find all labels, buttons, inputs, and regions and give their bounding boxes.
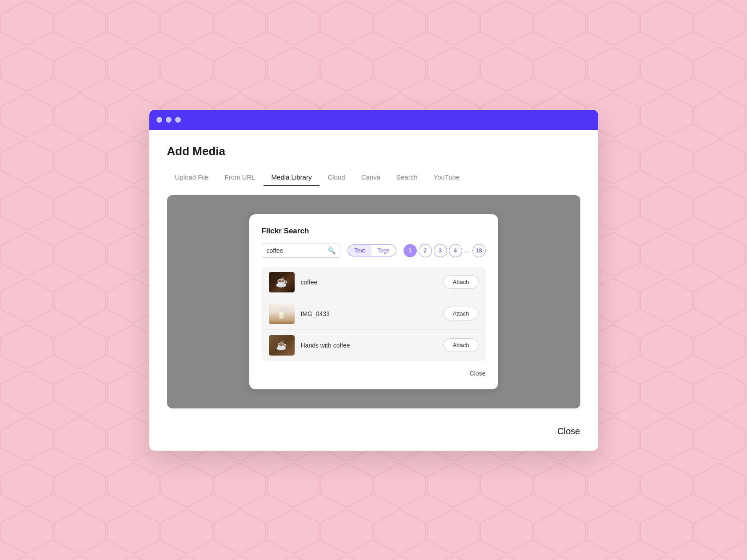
- flickr-title: Flickr Search: [262, 227, 486, 236]
- page-4-button[interactable]: 4: [449, 244, 462, 257]
- result-name-coffee: coffee: [301, 279, 437, 286]
- tab-canva[interactable]: Canva: [353, 169, 388, 186]
- titlebar: [149, 110, 598, 130]
- results-list: coffee Attach IMG_0433 Attach Hands with…: [262, 267, 486, 361]
- close-panel-button[interactable]: Close: [470, 370, 486, 377]
- result-thumb-coffee: [269, 272, 295, 292]
- pagination: 1 2 3 4 ... 18: [403, 244, 486, 257]
- toggle-text-button[interactable]: Text: [348, 245, 371, 256]
- result-item-img433: IMG_0433 Attach: [262, 298, 486, 329]
- search-input[interactable]: [267, 247, 326, 254]
- tab-upload-file[interactable]: Upload File: [167, 169, 217, 186]
- panel-footer: Close: [262, 370, 486, 377]
- result-thumb-hands: [269, 335, 295, 356]
- page-title: Add Media: [167, 144, 580, 158]
- main-window: Add Media Upload File From URL Media Lib…: [149, 110, 598, 451]
- search-row: 🔍 Text Tags 1 2 3 4 ... 18: [262, 244, 486, 258]
- result-item-hands: Hands with coffee Attach: [262, 329, 486, 361]
- flickr-panel: Flickr Search 🔍 Text Tags 1: [249, 214, 498, 389]
- tab-media-library[interactable]: Media Library: [264, 169, 320, 186]
- result-item-coffee: coffee Attach: [262, 267, 486, 298]
- window-dot-1: [156, 117, 162, 123]
- tab-from-url[interactable]: From URL: [216, 169, 263, 186]
- media-area: Flickr Search 🔍 Text Tags 1: [167, 195, 580, 408]
- tab-youtube[interactable]: YouTube: [426, 169, 468, 186]
- tab-search[interactable]: Search: [388, 169, 426, 186]
- search-icon: 🔍: [328, 247, 336, 254]
- text-tags-toggle: Text Tags: [348, 244, 396, 256]
- window-content: Add Media Upload File From URL Media Lib…: [149, 130, 598, 426]
- attach-coffee-button[interactable]: Attach: [443, 275, 479, 289]
- window-footer: Close: [149, 426, 598, 451]
- tab-bar: Upload File From URL Media Library Cloud…: [167, 169, 580, 186]
- page-3-button[interactable]: 3: [434, 244, 447, 257]
- result-name-hands: Hands with coffee: [301, 342, 437, 349]
- page-18-button[interactable]: 18: [472, 244, 486, 257]
- window-dot-2: [166, 117, 172, 123]
- attach-hands-button[interactable]: Attach: [443, 338, 479, 352]
- result-name-img433: IMG_0433: [301, 310, 437, 317]
- tab-cloud[interactable]: Cloud: [320, 169, 353, 186]
- result-thumb-img433: [269, 304, 295, 324]
- pagination-dots: ...: [464, 247, 471, 254]
- window-dot-3: [175, 117, 181, 123]
- close-main-button[interactable]: Close: [557, 426, 580, 436]
- toggle-tags-button[interactable]: Tags: [371, 245, 395, 256]
- page-1-button[interactable]: 1: [403, 244, 417, 257]
- search-box[interactable]: 🔍: [262, 244, 341, 258]
- page-2-button[interactable]: 2: [419, 244, 432, 257]
- attach-img433-button[interactable]: Attach: [443, 307, 479, 320]
